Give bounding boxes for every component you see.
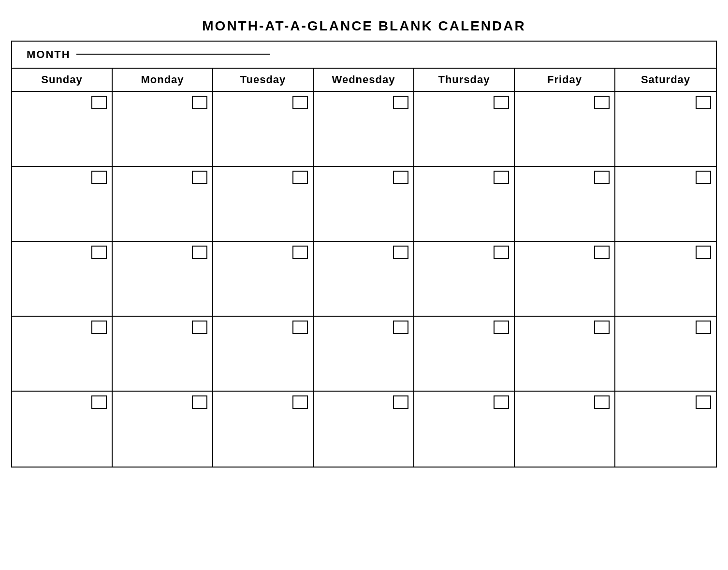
date-box <box>494 96 509 109</box>
date-box <box>91 395 107 409</box>
day-wednesday: Wednesday <box>314 69 414 91</box>
cell-3-4 <box>314 242 414 317</box>
date-box <box>696 246 711 259</box>
cell-4-5 <box>414 317 515 392</box>
date-box <box>292 246 308 259</box>
date-box <box>192 96 207 109</box>
date-box <box>594 321 610 334</box>
cell-1-3 <box>213 92 314 167</box>
days-header: Sunday Monday Tuesday Wednesday Thursday… <box>12 69 716 92</box>
cell-1-6 <box>515 92 615 167</box>
day-monday: Monday <box>113 69 213 91</box>
cell-2-3 <box>213 167 314 242</box>
date-box <box>91 96 107 109</box>
calendar-row-5 <box>12 392 716 467</box>
cell-5-4 <box>314 392 414 467</box>
cell-4-6 <box>515 317 615 392</box>
date-box <box>494 246 509 259</box>
cell-2-5 <box>414 167 515 242</box>
date-box <box>494 395 509 409</box>
cell-4-2 <box>113 317 213 392</box>
cell-3-7 <box>615 242 716 317</box>
date-box <box>594 171 610 184</box>
month-line <box>76 54 270 55</box>
date-box <box>292 395 308 409</box>
cell-3-1 <box>12 242 113 317</box>
day-thursday: Thursday <box>414 69 515 91</box>
cell-4-3 <box>213 317 314 392</box>
cell-1-4 <box>314 92 414 167</box>
date-box <box>192 171 207 184</box>
cell-5-5 <box>414 392 515 467</box>
cell-2-2 <box>113 167 213 242</box>
cell-4-7 <box>615 317 716 392</box>
cell-2-4 <box>314 167 414 242</box>
cell-2-6 <box>515 167 615 242</box>
calendar-row-2 <box>12 167 716 242</box>
date-box <box>393 395 408 409</box>
date-box <box>91 321 107 334</box>
date-box <box>594 246 610 259</box>
cell-5-1 <box>12 392 113 467</box>
cell-5-2 <box>113 392 213 467</box>
date-box <box>594 395 610 409</box>
cell-2-1 <box>12 167 113 242</box>
day-saturday: Saturday <box>615 69 716 91</box>
page-title: MONTH-AT-A-GLANCE BLANK CALENDAR <box>11 10 717 41</box>
day-friday: Friday <box>515 69 615 91</box>
day-tuesday: Tuesday <box>213 69 314 91</box>
cell-1-5 <box>414 92 515 167</box>
calendar-outer: MONTH Sunday Monday Tuesday Wednesday Th… <box>11 41 717 468</box>
day-sunday: Sunday <box>12 69 113 91</box>
month-row: MONTH <box>12 42 716 69</box>
date-box <box>696 395 711 409</box>
calendar-row-3 <box>12 242 716 317</box>
date-box <box>494 321 509 334</box>
cell-2-7 <box>615 167 716 242</box>
date-box <box>192 395 207 409</box>
page-container: MONTH-AT-A-GLANCE BLANK CALENDAR MONTH S… <box>11 10 717 468</box>
cell-5-3 <box>213 392 314 467</box>
date-box <box>393 246 408 259</box>
date-box <box>594 96 610 109</box>
cell-5-7 <box>615 392 716 467</box>
cell-3-2 <box>113 242 213 317</box>
cell-1-1 <box>12 92 113 167</box>
cell-3-6 <box>515 242 615 317</box>
date-box <box>494 171 509 184</box>
date-box <box>91 246 107 259</box>
date-box <box>696 321 711 334</box>
date-box <box>393 321 408 334</box>
date-box <box>696 171 711 184</box>
date-box <box>292 171 308 184</box>
cell-1-7 <box>615 92 716 167</box>
date-box <box>192 246 207 259</box>
cell-4-1 <box>12 317 113 392</box>
cell-5-6 <box>515 392 615 467</box>
cell-3-5 <box>414 242 515 317</box>
date-box <box>393 171 408 184</box>
date-box <box>91 171 107 184</box>
cell-3-3 <box>213 242 314 317</box>
calendar-row-4 <box>12 317 716 392</box>
date-box <box>192 321 207 334</box>
cell-4-4 <box>314 317 414 392</box>
calendar-grid <box>12 92 716 467</box>
calendar-row-1 <box>12 92 716 167</box>
date-box <box>696 96 711 109</box>
date-box <box>292 321 308 334</box>
date-box <box>393 96 408 109</box>
month-label: MONTH <box>27 48 71 61</box>
date-box <box>292 96 308 109</box>
cell-1-2 <box>113 92 213 167</box>
